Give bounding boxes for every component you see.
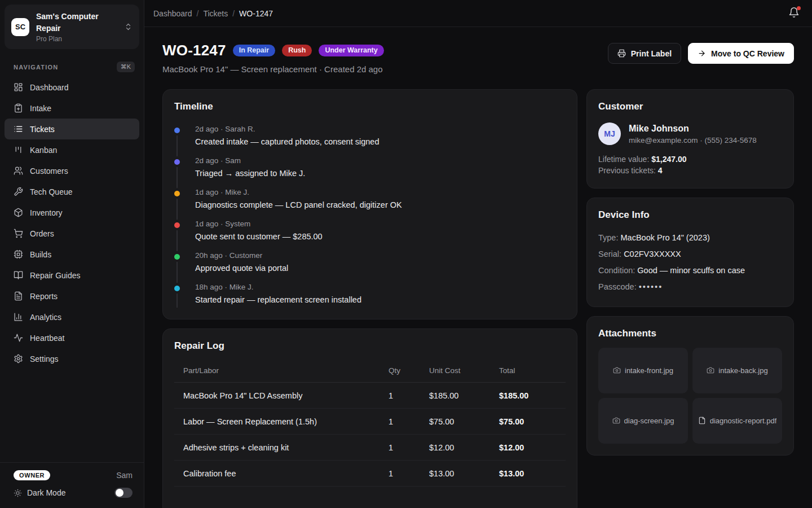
cell-unit-cost: $12.00 (429, 435, 499, 461)
toggle-knob (116, 489, 123, 497)
nav-label: Kanban (30, 146, 57, 155)
attachments-title: Attachments (598, 328, 782, 339)
nav-label: Tech Queue (30, 187, 73, 196)
camera-icon (707, 366, 714, 374)
status-badge-in-repair: In Repair (233, 45, 276, 56)
column-total: Total (499, 360, 566, 383)
breadcrumb: Dashboard / Tickets / WO-1247 (153, 9, 273, 18)
previous-tickets-row: Previous tickets: 4 (598, 165, 782, 176)
sidebar-item-kanban[interactable]: Kanban (5, 139, 139, 160)
device-serial-row: Serial: C02FV3XXXXX (598, 246, 782, 262)
nav-label: Analytics (30, 313, 61, 322)
document-icon (698, 417, 706, 424)
sidebar-item-repair-guides[interactable]: Repair Guides (5, 265, 139, 286)
main-area: Dashboard / Tickets / WO-1247 WO-1247 In… (144, 0, 812, 508)
book-icon (14, 270, 23, 280)
event-meta: 20h ago · Customer (195, 251, 288, 260)
sidebar-item-orders[interactable]: Orders (5, 223, 139, 244)
print-label-text: Print Label (631, 49, 672, 58)
page-header: WO-1247 In Repair Rush Under Warranty Ma… (162, 42, 794, 74)
nav-label: Builds (30, 250, 51, 259)
breadcrumb-separator: / (197, 9, 199, 18)
command-palette-shortcut[interactable]: ⌘K (117, 62, 135, 72)
cell-part: Adhesive strips + cleaning kit (174, 435, 389, 461)
nav-label: Tickets (30, 125, 55, 134)
timeline-card: Timeline 2d ago · Sarah R.Created intake… (162, 89, 577, 319)
page-title: WO-1247 (162, 42, 226, 59)
cell-total: $185.00 (499, 383, 566, 409)
nav-label: Customers (30, 167, 68, 176)
sidebar-footer: OWNER Sam Dark Mode (0, 462, 144, 508)
timeline-event: 2d ago · SamTriaged → assigned to Mike J… (174, 156, 566, 188)
avatar: MJ (598, 122, 621, 145)
attachment-intake-back[interactable]: intake-back.jpg (692, 348, 782, 393)
breadcrumb-tickets[interactable]: Tickets (203, 9, 228, 18)
timeline-connector (176, 135, 178, 156)
timeline-dot (174, 191, 180, 196)
cell-qty: 1 (389, 409, 429, 435)
cell-unit-cost: $185.00 (429, 383, 499, 409)
cell-unit-cost: $75.00 (429, 409, 499, 435)
table-row: Adhesive strips + cleaning kit 1 $12.00 … (174, 435, 566, 461)
cell-total: $75.00 (499, 409, 566, 435)
sidebar-nav: Dashboard Intake Tickets Kanban Customer… (0, 77, 144, 369)
sidebar-item-dashboard[interactable]: Dashboard (5, 77, 139, 98)
sidebar-item-settings[interactable]: Settings (5, 348, 139, 369)
breadcrumb-separator: / (232, 9, 235, 18)
status-badge-warranty: Under Warranty (319, 45, 383, 56)
sidebar-item-intake[interactable]: Intake (5, 98, 139, 119)
nav-label: Orders (30, 229, 54, 238)
cell-part: Calibration fee (174, 461, 389, 487)
sidebar-item-heartbeat[interactable]: Heartbeat (5, 327, 139, 348)
arrow-right-icon (698, 49, 706, 58)
cell-part: Labor — Screen Replacement (1.5h) (174, 409, 389, 435)
event-text: Diagnostics complete — LCD panel cracked… (195, 200, 402, 209)
move-to-qc-text: Move to QC Review (711, 49, 784, 58)
notifications-button[interactable] (788, 7, 800, 20)
lifetime-value: $1,247.00 (651, 155, 686, 164)
event-meta: 1d ago · System (195, 220, 323, 228)
package-icon (14, 208, 23, 217)
event-text: Triaged → assigned to Mike J. (195, 169, 305, 178)
previous-tickets-value: 4 (658, 166, 663, 175)
attachment-diag-screen[interactable]: diag-screen.jpg (598, 398, 688, 444)
device-type-row: Type: MacBook Pro 14" (2023) (598, 230, 782, 246)
timeline-event: 18h ago · Mike J.Started repair — replac… (174, 283, 566, 308)
app-window: SC Sam's Computer Repair Pro Plan NAVIGA… (0, 0, 812, 508)
dark-mode-toggle[interactable] (114, 488, 133, 498)
repair-log-table: Part/Labor Qty Unit Cost Total MacBook P… (174, 360, 566, 487)
event-meta: 2d ago · Sarah R. (195, 125, 379, 133)
sidebar-item-customers[interactable]: Customers (5, 160, 139, 181)
status-badge-rush: Rush (282, 45, 312, 56)
sidebar-item-analytics[interactable]: Analytics (5, 306, 139, 327)
print-label-button[interactable]: Print Label (608, 43, 681, 64)
table-row: MacBook Pro 14" LCD Assembly 1 $185.00 $… (174, 383, 566, 409)
sidebar-item-tech-queue[interactable]: Tech Queue (5, 181, 139, 202)
attachment-intake-front[interactable]: intake-front.jpg (598, 348, 688, 393)
attachment-diagnostic-report[interactable]: diagnostic-report.pdf (692, 398, 782, 444)
event-text: Quote sent to customer — $285.00 (195, 232, 323, 241)
sidebar-item-reports[interactable]: Reports (5, 286, 139, 306)
sidebar-item-tickets[interactable]: Tickets (5, 119, 139, 139)
workspace-switcher[interactable]: SC Sam's Computer Repair Pro Plan (5, 5, 139, 49)
org-plan: Pro Plan (36, 35, 117, 43)
nav-section-header: NAVIGATION ⌘K (0, 54, 144, 77)
attachment-name: diag-screen.jpg (624, 417, 674, 425)
right-column: Customer MJ Mike Johnson mike@example.co… (586, 89, 794, 456)
move-to-qc-button[interactable]: Move to QC Review (688, 43, 794, 64)
timeline-dot (174, 159, 180, 165)
org-logo: SC (11, 18, 29, 36)
breadcrumb-dashboard[interactable]: Dashboard (153, 9, 192, 18)
cell-qty: 1 (389, 461, 429, 487)
cell-total: $12.00 (499, 435, 566, 461)
page-content: WO-1247 In Repair Rush Under Warranty Ma… (144, 27, 812, 508)
timeline-list: 2d ago · Sarah R.Created intake — captur… (174, 125, 566, 308)
wrench-icon (14, 187, 23, 196)
sidebar-item-builds[interactable]: Builds (5, 244, 139, 265)
timeline-title: Timeline (174, 101, 566, 112)
column-unit-cost: Unit Cost (429, 360, 499, 383)
sidebar-item-inventory[interactable]: Inventory (5, 202, 139, 223)
nav-label: Settings (30, 354, 59, 364)
cell-part: MacBook Pro 14" LCD Assembly (174, 383, 389, 409)
timeline-connector (176, 230, 178, 251)
